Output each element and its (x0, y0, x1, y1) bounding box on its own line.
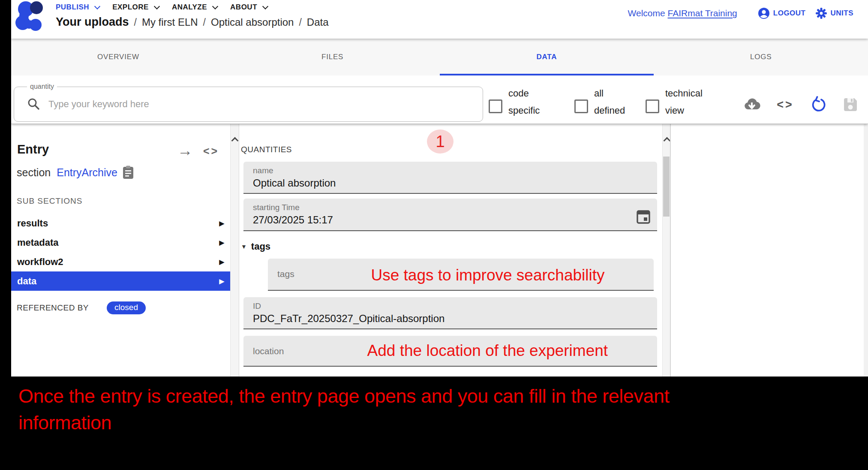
app-header: PUBLISH EXPLORE ANALYZE ABOUT Your uploa (11, 0, 868, 39)
screenshot-root: PUBLISH EXPLORE ANALYZE ABOUT Your uploa (0, 0, 868, 470)
tab-logs[interactable]: LOGS (654, 39, 868, 75)
code-view-icon[interactable]: <> (203, 145, 219, 157)
chevron-down-icon (262, 3, 268, 9)
chevron-down-icon (94, 3, 100, 9)
tab-overview[interactable]: OVERVIEW (11, 39, 225, 75)
section-row: section EntryArchive (17, 166, 134, 179)
next-lane-empty (671, 124, 864, 377)
breadcrumb: Your uploads / My first ELN / Optical ab… (56, 15, 329, 29)
breadcrumb-my-first-eln[interactable]: My first ELN (142, 16, 198, 28)
calendar-icon[interactable] (637, 209, 650, 224)
code-view-icon[interactable]: <> (776, 95, 795, 114)
menu-analyze[interactable]: ANALYZE (172, 3, 217, 12)
referenced-by-row: REFERENCED BY closed (17, 301, 146, 314)
subsection-metadata[interactable]: metadata ▶ (11, 233, 230, 252)
subsection-results[interactable]: results ▶ (11, 214, 230, 233)
right-gutter (864, 124, 868, 377)
subsection-label: results (17, 218, 48, 229)
arrow-right-icon[interactable]: → (177, 142, 193, 160)
chevron-right-icon: ▶ (219, 220, 224, 227)
subsections-header: SUB SECTIONS (17, 196, 82, 206)
closed-badge[interactable]: closed (107, 301, 146, 314)
quantity-search-box[interactable]: quantity (14, 87, 483, 122)
checkbox-code-specific-label: code specific (508, 85, 540, 119)
chevron-right-icon: ▶ (219, 239, 224, 247)
archive-toolbar: quantity code specific all defined techn… (11, 75, 868, 124)
starting-time-value: 27/03/2025 15:17 (253, 214, 333, 226)
nomad-logo-icon[interactable] (13, 1, 45, 33)
logout-label: LOGOUT (773, 9, 806, 18)
entry-lane-scrollbar[interactable] (230, 124, 239, 377)
gear-icon (815, 7, 827, 19)
units-label: UNITS (831, 9, 854, 18)
location-field[interactable]: location Add the location of the experim… (243, 336, 657, 367)
menu-explore[interactable]: EXPLORE (112, 3, 159, 12)
quantity-search-input[interactable] (48, 91, 465, 117)
checkbox-technical-view[interactable] (646, 99, 659, 113)
cloud-download-icon[interactable] (742, 95, 761, 114)
name-field[interactable]: name Optical absorption (243, 162, 657, 194)
breadcrumb-optical-absorption[interactable]: Optical absorption (211, 16, 294, 28)
location-field-label: location (253, 346, 284, 356)
tags-annotation: Use tags to improve searchability (371, 266, 605, 284)
menu-publish[interactable]: PUBLISH (56, 3, 99, 12)
header-right-cluster: Welcome FAIRmat Training LOGOUT (628, 6, 853, 21)
entry-lane-title: Entry (17, 142, 49, 157)
save-icon[interactable] (841, 95, 860, 114)
label-line: technical (665, 85, 703, 102)
step-annotation-badge: 1 (427, 130, 454, 154)
chevron-expanded-icon: ▼ (241, 243, 247, 250)
welcome-prefix: Welcome (628, 8, 668, 18)
checkbox-all-defined-label: all defined (594, 85, 625, 119)
tab-files[interactable]: FILES (225, 39, 440, 75)
menu-about-label: ABOUT (230, 3, 257, 12)
scroll-up-icon[interactable] (231, 137, 239, 145)
chevron-down-icon (154, 3, 160, 9)
main-menu: PUBLISH EXPLORE ANALYZE ABOUT (56, 2, 280, 13)
entry-archive-link[interactable]: EntryArchive (57, 166, 117, 179)
chevron-down-icon (212, 3, 218, 9)
archive-browser-content: Entry → <> section EntryArchive SUB SECT… (11, 124, 868, 377)
id-field[interactable]: ID PDC_FaTr_20250327_Opitical-absorption (243, 297, 657, 329)
chevron-right-icon: ▶ (219, 277, 224, 285)
checkbox-all-defined[interactable] (574, 99, 588, 113)
subsection-workflow2[interactable]: workflow2 ▶ (11, 252, 230, 271)
location-annotation: Add the location of the experiment (367, 342, 608, 360)
breadcrumb-your-uploads[interactable]: Your uploads (56, 15, 129, 29)
subsection-label: data (17, 276, 36, 287)
tags-group-label: tags (251, 241, 270, 252)
menu-about[interactable]: ABOUT (230, 3, 267, 12)
menu-publish-label: PUBLISH (56, 3, 89, 12)
subsection-data[interactable]: data ▶ (11, 271, 230, 291)
starting-time-field[interactable]: starting Time 27/03/2025 15:17 (243, 199, 657, 231)
name-field-label: name (253, 166, 273, 175)
scrollbar-thumb[interactable] (663, 157, 670, 217)
welcome-user-link[interactable]: FAIRmat Training (668, 8, 737, 18)
checkbox-code-specific[interactable] (489, 99, 502, 113)
scroll-up-icon[interactable] (664, 137, 671, 145)
units-button[interactable]: UNITS (815, 7, 854, 19)
name-field-value: Optical absorption (253, 177, 336, 189)
tab-data[interactable]: DATA (440, 39, 654, 75)
active-tab-indicator (440, 74, 654, 75)
tutorial-caption: Once the entry is created, the entry pag… (18, 383, 696, 436)
tags-group-toggle[interactable]: ▼ tags (241, 241, 270, 252)
subsection-label: workflow2 (17, 256, 63, 268)
breadcrumb-separator: / (203, 17, 206, 28)
starting-time-label: starting Time (253, 203, 300, 212)
search-icon (27, 97, 40, 110)
welcome-link[interactable]: Welcome FAIRmat Training (628, 8, 737, 18)
quantity-search-legend: quantity (27, 83, 57, 90)
breadcrumb-data[interactable]: Data (307, 16, 329, 28)
menu-analyze-label: ANALYZE (172, 3, 207, 12)
undo-icon[interactable] (809, 95, 828, 114)
quantities-header: QUANTITIES (241, 145, 292, 154)
tags-field[interactable]: tags Use tags to improve searchability (268, 259, 654, 291)
label-line: specific (508, 102, 540, 119)
clipboard-icon[interactable] (123, 166, 134, 179)
logout-button[interactable]: LOGOUT (758, 7, 806, 19)
user-account-icon (758, 7, 770, 19)
id-field-value: PDC_FaTr_20250327_Opitical-absorption (253, 313, 445, 325)
chevron-right-icon: ▶ (219, 258, 224, 266)
referenced-by-label: REFERENCED BY (17, 303, 89, 313)
